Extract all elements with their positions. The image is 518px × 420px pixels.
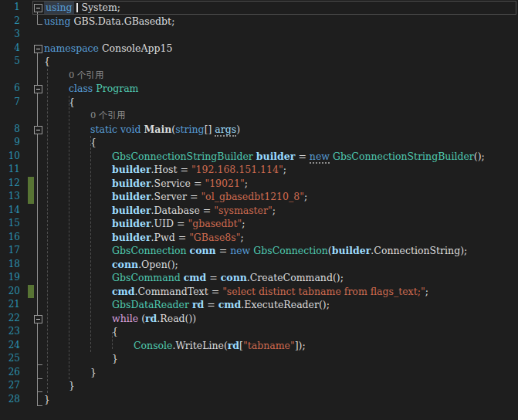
code-text[interactable]: GbsCommand cmd = conn.CreateCommand(); — [44, 271, 518, 285]
code-text[interactable]: GbsConnection conn = new GbsConnection(b… — [44, 244, 518, 258]
line-number: 4 — [0, 42, 28, 56]
code-text[interactable]: GbsDataReader rd = cmd.ExecuteReader(); — [44, 298, 518, 312]
token: ; — [242, 218, 245, 229]
code-text[interactable]: } — [44, 366, 518, 380]
code-line[interactable]: 9{ — [0, 136, 518, 150]
token: "192.168.151.114" — [191, 164, 283, 175]
token: new — [310, 151, 330, 164]
code-text[interactable]: using System; — [44, 1, 518, 15]
line-number: 7 — [0, 96, 28, 110]
codelens-references-link[interactable]: 0 个引用 — [44, 69, 518, 83]
code-line[interactable]: 16builder.Pwd = "GBase8s"; — [0, 231, 518, 245]
token: { — [69, 97, 75, 108]
fold-marker-icon[interactable] — [34, 1, 44, 15]
code-text[interactable]: namespace ConsoleApp15 — [44, 42, 518, 56]
code-text[interactable]: while (rd.Read()) — [44, 312, 518, 326]
code-text[interactable]: builder.Pwd = "GBase8s"; — [44, 231, 518, 245]
outline-margin — [34, 190, 44, 204]
code-line[interactable]: 24Console.WriteLine(rd["tabname"]); — [0, 339, 518, 353]
code-line[interactable]: 23{ — [0, 325, 518, 339]
code-line[interactable]: 5{ — [0, 55, 518, 69]
outline-margin — [34, 285, 44, 299]
codelens-row[interactable]: 0 个引用 — [0, 109, 518, 123]
code-line[interactable]: 15builder.UID = "gbasedbt"; — [0, 217, 518, 231]
token: { — [90, 137, 96, 148]
code-text[interactable]: } — [44, 379, 518, 393]
code-line[interactable]: 8static void Main(string[] args) — [0, 123, 518, 137]
token: builder — [112, 178, 151, 189]
code-text[interactable]: static void Main(string[] args) — [44, 123, 518, 137]
change-margin — [28, 82, 34, 96]
code-line[interactable]: 3 — [0, 28, 518, 42]
code-text[interactable]: { — [44, 55, 518, 69]
code-line[interactable]: 12builder.Service = "19021"; — [0, 177, 518, 191]
token: .ConnectionString); — [371, 245, 467, 256]
code-text[interactable]: using GBS.Data.GBasedbt; — [44, 15, 518, 29]
outline-margin — [34, 69, 44, 83]
fold-marker-icon[interactable] — [34, 82, 44, 96]
outline-margin — [34, 15, 44, 29]
line-number: 15 — [0, 217, 28, 231]
code-text[interactable]: } — [44, 352, 518, 366]
code-line[interactable]: 22while (rd.Read()) — [0, 312, 518, 326]
code-line[interactable]: 10GbsConnectionStringBuilder builder = n… — [0, 150, 518, 164]
code-text[interactable]: { — [44, 96, 518, 110]
code-text[interactable]: { — [44, 136, 518, 150]
code-text[interactable] — [44, 28, 518, 42]
outline-margin — [34, 325, 44, 339]
code-line[interactable]: 25} — [0, 352, 518, 366]
code-text[interactable]: cmd.CommandText = "select distinct tabna… — [44, 285, 518, 299]
code-text[interactable]: } — [44, 393, 518, 407]
change-margin — [28, 339, 34, 353]
token: ]); — [295, 340, 306, 351]
code-text[interactable]: { — [44, 325, 518, 339]
code-line[interactable]: 14builder.Database = "sysmaster"; — [0, 204, 518, 218]
line-number: 13 — [0, 190, 28, 204]
fold-marker-icon[interactable] — [34, 42, 44, 56]
code-line[interactable]: 17GbsConnection conn = new GbsConnection… — [0, 244, 518, 258]
line-number: 27 — [0, 379, 28, 393]
token: void — [120, 124, 141, 135]
code-line[interactable]: 6class Program — [0, 82, 518, 96]
code-text[interactable]: Console.WriteLine(rd["tabname"]); — [44, 339, 518, 353]
code-line[interactable]: 19GbsCommand cmd = conn.CreateCommand(); — [0, 271, 518, 285]
code-text[interactable]: class Program — [44, 82, 518, 96]
token: conn — [112, 259, 138, 270]
token: ; — [273, 205, 276, 216]
code-line[interactable]: 1using System; — [0, 1, 518, 15]
code-text[interactable]: conn.Open(); — [44, 258, 518, 272]
codelens-references-link[interactable]: 0 个引用 — [44, 109, 518, 123]
code-line[interactable]: 7{ — [0, 96, 518, 110]
code-line[interactable]: 27} — [0, 379, 518, 393]
line-number: 16 — [0, 231, 28, 245]
code-line[interactable]: 11builder.Host = "192.168.151.114"; — [0, 163, 518, 177]
outline-margin — [34, 177, 44, 191]
token: .CommandText = — [135, 286, 223, 297]
change-margin — [28, 298, 34, 312]
code-editor[interactable]: 1using System;2using GBS.Data.GBasedbt;3… — [0, 0, 518, 420]
code-line[interactable]: 18conn.Open(); — [0, 258, 518, 272]
line-number: 12 — [0, 177, 28, 191]
code-line[interactable]: 4namespace ConsoleApp15 — [0, 42, 518, 56]
code-text[interactable]: builder.UID = "gbasedbt"; — [44, 217, 518, 231]
code-text[interactable]: builder.Database = "sysmaster"; — [44, 204, 518, 218]
line-number: 24 — [0, 339, 28, 353]
fold-marker-icon[interactable] — [34, 123, 44, 137]
code-text[interactable]: builder.Server = "ol_gbasedbt1210_8"; — [44, 190, 518, 204]
code-line[interactable]: 20cmd.CommandText = "select distinct tab… — [0, 285, 518, 299]
code-line[interactable]: 28} — [0, 393, 518, 407]
code-text[interactable]: GbsConnectionStringBuilder builder = new… — [44, 150, 518, 164]
token: builder — [112, 205, 151, 216]
codelens-row[interactable]: 0 个引用 — [0, 69, 518, 83]
code-text[interactable]: builder.Host = "192.168.151.114"; — [44, 163, 518, 177]
code-line[interactable]: 26} — [0, 366, 518, 380]
code-line[interactable]: 13builder.Server = "ol_gbasedbt1210_8"; — [0, 190, 518, 204]
fold-marker-icon[interactable] — [34, 312, 44, 326]
code-line[interactable]: 21GbsDataReader rd = cmd.ExecuteReader()… — [0, 298, 518, 312]
line-number: 10 — [0, 150, 28, 164]
code-line[interactable]: 2using GBS.Data.GBasedbt; — [0, 15, 518, 29]
token: cmd — [184, 272, 207, 283]
token: = — [295, 151, 309, 162]
code-text[interactable]: builder.Service = "19021"; — [44, 177, 518, 191]
line-number: 11 — [0, 163, 28, 177]
